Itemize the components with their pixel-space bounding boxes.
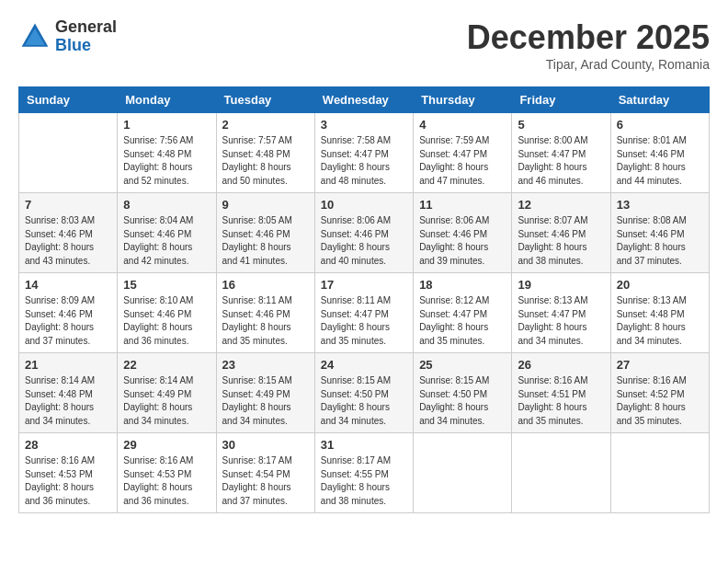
calendar-day-cell: 11Sunrise: 8:06 AM Sunset: 4:46 PM Dayli… [414, 193, 512, 273]
calendar-day-cell: 16Sunrise: 8:11 AM Sunset: 4:46 PM Dayli… [216, 273, 314, 353]
calendar-day-cell: 17Sunrise: 8:11 AM Sunset: 4:47 PM Dayli… [314, 273, 413, 353]
day-number: 29 [123, 438, 210, 452]
day-info: Sunrise: 8:15 AM Sunset: 4:50 PM Dayligh… [321, 374, 407, 428]
day-number: 15 [123, 278, 210, 292]
day-number: 7 [25, 198, 111, 212]
day-of-week-header: Tuesday [216, 87, 314, 113]
calendar-day-cell: 29Sunrise: 8:16 AM Sunset: 4:53 PM Dayli… [118, 433, 216, 513]
day-info: Sunrise: 8:01 AM Sunset: 4:46 PM Dayligh… [617, 134, 703, 188]
day-number: 9 [222, 198, 309, 212]
calendar-day-cell: 14Sunrise: 8:09 AM Sunset: 4:46 PM Dayli… [19, 273, 118, 353]
day-of-week-header: Wednesday [314, 87, 413, 113]
calendar-week-row: 14Sunrise: 8:09 AM Sunset: 4:46 PM Dayli… [19, 273, 710, 353]
calendar-day-cell: 5Sunrise: 8:00 AM Sunset: 4:47 PM Daylig… [512, 113, 610, 193]
day-info: Sunrise: 8:05 AM Sunset: 4:46 PM Dayligh… [222, 214, 309, 268]
day-number: 24 [321, 358, 407, 372]
calendar-day-cell: 2Sunrise: 7:57 AM Sunset: 4:48 PM Daylig… [216, 113, 314, 193]
day-info: Sunrise: 8:16 AM Sunset: 4:53 PM Dayligh… [25, 454, 111, 508]
day-number: 12 [518, 198, 604, 212]
calendar-day-cell: 12Sunrise: 8:07 AM Sunset: 4:46 PM Dayli… [512, 193, 610, 273]
day-info: Sunrise: 8:17 AM Sunset: 4:55 PM Dayligh… [321, 454, 407, 508]
day-info: Sunrise: 8:15 AM Sunset: 4:50 PM Dayligh… [419, 374, 506, 428]
calendar-day-cell: 21Sunrise: 8:14 AM Sunset: 4:48 PM Dayli… [19, 353, 118, 433]
day-number: 27 [617, 358, 703, 372]
calendar-day-cell: 6Sunrise: 8:01 AM Sunset: 4:46 PM Daylig… [610, 113, 709, 193]
calendar-week-row: 1Sunrise: 7:56 AM Sunset: 4:48 PM Daylig… [19, 113, 710, 193]
day-info: Sunrise: 8:15 AM Sunset: 4:49 PM Dayligh… [222, 374, 309, 428]
calendar-week-row: 21Sunrise: 8:14 AM Sunset: 4:48 PM Dayli… [19, 353, 710, 433]
day-info: Sunrise: 7:56 AM Sunset: 4:48 PM Dayligh… [123, 134, 210, 188]
day-of-week-header: Sunday [19, 87, 118, 113]
calendar-day-cell: 9Sunrise: 8:05 AM Sunset: 4:46 PM Daylig… [216, 193, 314, 273]
day-info: Sunrise: 8:08 AM Sunset: 4:46 PM Dayligh… [617, 214, 703, 268]
calendar-day-cell [414, 433, 512, 513]
day-number: 23 [222, 358, 309, 372]
calendar-day-cell: 13Sunrise: 8:08 AM Sunset: 4:46 PM Dayli… [610, 193, 709, 273]
day-info: Sunrise: 8:14 AM Sunset: 4:49 PM Dayligh… [123, 374, 210, 428]
calendar-day-cell: 20Sunrise: 8:13 AM Sunset: 4:48 PM Dayli… [610, 273, 709, 353]
day-info: Sunrise: 8:16 AM Sunset: 4:51 PM Dayligh… [518, 374, 604, 428]
calendar-day-cell: 1Sunrise: 7:56 AM Sunset: 4:48 PM Daylig… [118, 113, 216, 193]
day-of-week-header: Monday [118, 87, 216, 113]
day-info: Sunrise: 8:17 AM Sunset: 4:54 PM Dayligh… [222, 454, 309, 508]
day-of-week-header: Friday [512, 87, 610, 113]
month-title: December 2025 [467, 18, 710, 57]
day-number: 4 [419, 118, 506, 132]
title-area: December 2025 Tipar, Arad County, Romani… [467, 18, 710, 72]
day-info: Sunrise: 7:57 AM Sunset: 4:48 PM Dayligh… [222, 134, 309, 188]
calendar-day-cell: 4Sunrise: 7:59 AM Sunset: 4:47 PM Daylig… [414, 113, 512, 193]
day-info: Sunrise: 8:04 AM Sunset: 4:46 PM Dayligh… [123, 214, 210, 268]
calendar-day-cell: 28Sunrise: 8:16 AM Sunset: 4:53 PM Dayli… [19, 433, 118, 513]
day-number: 5 [518, 118, 604, 132]
logo-general-text: General [55, 18, 117, 37]
day-info: Sunrise: 7:59 AM Sunset: 4:47 PM Dayligh… [419, 134, 506, 188]
calendar-day-cell: 24Sunrise: 8:15 AM Sunset: 4:50 PM Dayli… [314, 353, 413, 433]
calendar-week-row: 7Sunrise: 8:03 AM Sunset: 4:46 PM Daylig… [19, 193, 710, 273]
calendar-day-cell [512, 433, 610, 513]
day-number: 8 [123, 198, 210, 212]
logo-blue-text: Blue [55, 37, 117, 55]
day-number: 18 [419, 278, 506, 292]
day-number: 10 [321, 198, 407, 212]
calendar-day-cell: 22Sunrise: 8:14 AM Sunset: 4:49 PM Dayli… [118, 353, 216, 433]
day-number: 14 [25, 278, 111, 292]
day-info: Sunrise: 8:13 AM Sunset: 4:48 PM Dayligh… [617, 294, 703, 348]
logo: General Blue [18, 18, 117, 55]
calendar-day-cell: 18Sunrise: 8:12 AM Sunset: 4:47 PM Dayli… [414, 273, 512, 353]
calendar-day-cell [19, 113, 118, 193]
day-number: 2 [222, 118, 309, 132]
day-number: 21 [25, 358, 111, 372]
location: Tipar, Arad County, Romania [467, 57, 710, 72]
calendar-day-cell: 10Sunrise: 8:06 AM Sunset: 4:46 PM Dayli… [314, 193, 413, 273]
day-number: 16 [222, 278, 309, 292]
calendar-day-cell: 8Sunrise: 8:04 AM Sunset: 4:46 PM Daylig… [118, 193, 216, 273]
logo-icon [18, 20, 51, 53]
day-of-week-header: Thursday [414, 87, 512, 113]
calendar-week-row: 28Sunrise: 8:16 AM Sunset: 4:53 PM Dayli… [19, 433, 710, 513]
day-info: Sunrise: 7:58 AM Sunset: 4:47 PM Dayligh… [321, 134, 407, 188]
day-info: Sunrise: 8:06 AM Sunset: 4:46 PM Dayligh… [419, 214, 506, 268]
day-info: Sunrise: 8:11 AM Sunset: 4:47 PM Dayligh… [321, 294, 407, 348]
day-number: 13 [617, 198, 703, 212]
day-info: Sunrise: 8:14 AM Sunset: 4:48 PM Dayligh… [25, 374, 111, 428]
page-header: General Blue December 2025 Tipar, Arad C… [18, 18, 710, 72]
day-info: Sunrise: 8:06 AM Sunset: 4:46 PM Dayligh… [321, 214, 407, 268]
day-info: Sunrise: 8:03 AM Sunset: 4:46 PM Dayligh… [25, 214, 111, 268]
day-number: 22 [123, 358, 210, 372]
calendar-day-cell: 3Sunrise: 7:58 AM Sunset: 4:47 PM Daylig… [314, 113, 413, 193]
day-number: 19 [518, 278, 604, 292]
day-number: 28 [25, 438, 111, 452]
calendar-day-cell: 26Sunrise: 8:16 AM Sunset: 4:51 PM Dayli… [512, 353, 610, 433]
day-number: 31 [321, 438, 407, 452]
calendar-day-cell: 30Sunrise: 8:17 AM Sunset: 4:54 PM Dayli… [216, 433, 314, 513]
day-info: Sunrise: 8:11 AM Sunset: 4:46 PM Dayligh… [222, 294, 309, 348]
calendar-day-cell: 25Sunrise: 8:15 AM Sunset: 4:50 PM Dayli… [414, 353, 512, 433]
day-number: 17 [321, 278, 407, 292]
day-number: 20 [617, 278, 703, 292]
calendar-header-row: SundayMondayTuesdayWednesdayThursdayFrid… [19, 87, 710, 113]
day-number: 11 [419, 198, 506, 212]
day-number: 1 [123, 118, 210, 132]
calendar-day-cell: 23Sunrise: 8:15 AM Sunset: 4:49 PM Dayli… [216, 353, 314, 433]
day-number: 6 [617, 118, 703, 132]
day-info: Sunrise: 8:16 AM Sunset: 4:53 PM Dayligh… [123, 454, 210, 508]
